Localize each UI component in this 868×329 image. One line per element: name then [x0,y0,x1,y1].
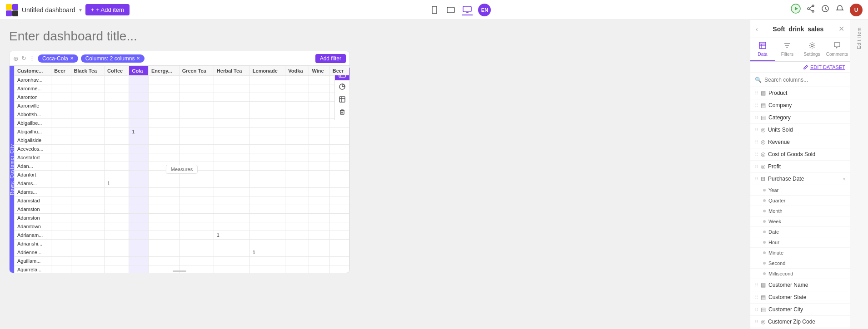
table-cell [214,84,249,93]
col-expand-icon[interactable]: ▾ [843,177,845,182]
table-cell: 1 [214,231,249,240]
table-row: Aaronme... [15,84,349,93]
column-item[interactable]: ⠿ ⊞ Purchase Date ▾ [750,173,850,185]
row-drag-handle[interactable]: Rows: Customer City [10,66,14,273]
comments-tab-icon [833,42,841,51]
columns-chip[interactable]: Columns: 2 columns ✕ [81,54,145,63]
table-cell [104,110,129,119]
sub-item[interactable]: Second [750,258,850,269]
table-cell [179,93,214,102]
sub-item[interactable]: Date [750,227,850,237]
widget-more-icon[interactable]: ⋮ [29,55,35,62]
tab-comments[interactable]: Comments [824,38,850,61]
add-item-icon: + [91,6,95,13]
table-row: Adrianshi... [15,240,349,248]
column-item[interactable]: ⠿ ▤ Company [750,99,850,112]
table-cell [71,240,104,248]
table-cell [148,222,179,231]
dashboard-title-input[interactable] [9,29,741,44]
history-icon[interactable] [821,4,830,15]
table-cell [214,145,249,153]
svg-line-17 [809,9,812,11]
sub-item[interactable]: Year [750,185,850,196]
column-item[interactable]: ⠿ ▤ Category [750,112,850,124]
tablet-view-icon[interactable] [445,5,456,15]
table-cell [309,93,329,102]
add-filter-button[interactable]: Add filter [315,54,346,63]
column-item[interactable]: ⠿ ◎ Revenue [750,136,850,148]
chart-view-icon[interactable] [335,80,349,93]
col-type-icon: ▤ [761,306,766,313]
user-avatar[interactable]: U [850,4,863,16]
sub-dot [763,231,766,233]
table-cell: Adamtown [15,222,51,231]
table-cell [71,222,104,231]
table-cell [285,248,309,257]
sub-item[interactable]: Quarter [750,196,850,206]
chip-remove-icon[interactable]: ✕ [70,56,74,61]
col-type-icon: ▤ [761,282,766,288]
settings-view-icon[interactable] [335,93,349,106]
add-item-button[interactable]: + + Add item [85,4,130,15]
table-cell [51,222,71,231]
widget-refresh-icon[interactable]: ↻ [21,55,26,62]
mobile-view-icon[interactable] [429,5,440,15]
sub-item[interactable]: Millisecond [750,269,850,279]
table-cell [51,248,71,257]
widget-move-icon[interactable]: ⊕ [13,55,19,62]
sub-item[interactable]: Week [750,216,850,227]
column-item[interactable]: ⠿ ◎ Cost of Goods Sold [750,148,850,161]
sub-item[interactable]: Month [750,206,850,216]
table-cell [249,257,285,265]
desktop-view-icon[interactable] [462,5,473,15]
table-cell [71,84,104,93]
search-input[interactable] [764,77,845,83]
column-item[interactable]: ⠿ ▤ Customer City [750,304,850,316]
table-cell [51,136,71,145]
table-cell [214,162,249,171]
resize-bottom-handle[interactable] [170,269,189,273]
play-icon[interactable] [791,4,801,16]
delete-view-icon[interactable] [335,106,349,118]
table-cell [249,214,285,222]
sub-name: Hour [768,240,779,245]
table-cell [104,222,129,231]
tab-data[interactable]: Data [750,38,775,61]
column-item[interactable]: ⠿ ◎ Customer Zip Code [750,316,850,328]
notification-icon[interactable] [835,4,844,15]
tab-filters-label: Filters [781,52,793,57]
table-cell [249,102,285,110]
table-cell [129,76,149,84]
sub-name: Month [768,208,783,214]
tab-filters[interactable]: Filters [775,38,799,61]
share-icon[interactable] [806,4,815,15]
col-name: Customer Zip Code [768,319,815,325]
column-item[interactable]: ⠿ ◎ Profit [750,161,850,173]
table-cell [309,265,329,273]
table-cell: 1 [249,248,285,257]
sub-item[interactable]: Minute [750,248,850,258]
table-cell [309,145,329,153]
widget-table-wrap[interactable]: Custome... Beer Black Tea Coffee Cola En… [14,66,349,273]
table-cell [285,162,309,171]
svg-rect-8 [463,6,471,12]
edit-dataset-link[interactable]: EDIT DATASET [810,64,845,70]
panel-back-icon[interactable]: ‹ [756,25,758,33]
column-item[interactable]: ⠿ ▤ Customer Name [750,279,850,291]
resize-corner-handle[interactable] [344,267,349,273]
tab-settings[interactable]: Settings [799,38,824,61]
col-header-cola: Cola [129,66,149,76]
product-filter-chip[interactable]: Coca-Cola ✕ [38,54,78,63]
edit-icon [803,64,808,70]
sub-name: Week [768,219,781,224]
column-item[interactable]: ⠿ ▤ Product [750,87,850,99]
table-cell [179,76,214,84]
sub-item[interactable]: Hour [750,237,850,248]
panel-close-icon[interactable]: ✕ [838,25,844,33]
table-cell [309,257,329,265]
language-badge[interactable]: EN [478,4,491,16]
column-item[interactable]: ⠿ ▤ Customer State [750,291,850,304]
sub-dot [763,210,766,212]
column-item[interactable]: ⠿ ◎ Units Sold [750,124,850,136]
columns-chip-remove-icon[interactable]: ✕ [136,56,140,61]
